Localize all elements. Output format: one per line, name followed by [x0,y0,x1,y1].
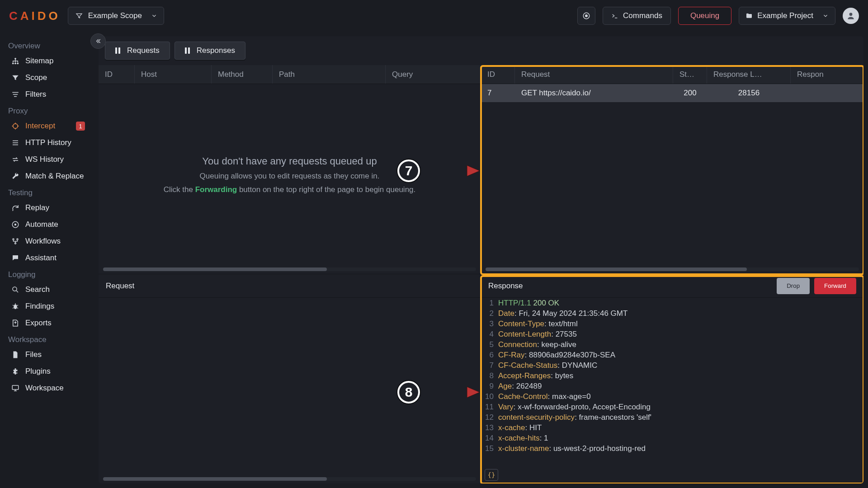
sidebar-item-automate[interactable]: Automate [3,216,93,233]
drop-button[interactable]: Drop [777,278,810,294]
monitor-icon [11,384,20,393]
sidebar-item-label: Automate [25,220,58,229]
filter-icon [11,73,20,82]
column-header[interactable]: Query [386,65,476,84]
chevron-down-icon [151,13,157,19]
column-header[interactable]: Method [212,65,273,84]
filter-icon [75,11,84,20]
target-icon [11,122,20,131]
sidebar-item-scope[interactable]: Scope [3,70,93,86]
annotation-callout-8: 8 [397,381,481,404]
svg-rect-15 [12,385,19,389]
code-line: 7CF-Cache-Status: DYNAMIC [481,360,863,371]
table-cell: GET https://caido.io/ [515,84,673,102]
svg-point-12 [15,243,16,244]
list-icon [11,138,20,147]
code-line: 11Vary: x-wf-forwarded-proto, Accept-Enc… [481,402,863,412]
sidebar-item-exports[interactable]: Exports [3,315,93,331]
empty-line2-post: button on the top right of the page to b… [237,185,415,194]
code-line: 12content-security-policy: frame-ancesto… [481,412,863,422]
request-detail-pane: Request [99,274,481,483]
lines-icon [11,90,20,99]
column-header[interactable]: Respon [791,65,854,84]
table-cell [791,84,854,102]
code-line: 5Connection: keep-alive [481,339,863,350]
queuing-label: Queuing [690,11,719,20]
column-header[interactable]: St… [673,65,707,84]
code-line: 15x-cluster-name: us-west-2-prod-hosting… [481,443,863,454]
column-header[interactable]: Path [273,65,386,84]
responses-toggle-label: Responses [197,46,235,55]
svg-point-14 [14,305,17,310]
column-header[interactable]: Response L… [707,65,791,84]
table-cell: 200 [673,84,707,102]
svg-point-2 [849,13,853,16]
horizontal-scrollbar[interactable] [103,477,476,481]
swap-icon [11,155,20,164]
response-pane-title: Response [488,282,523,291]
code-line: 1HTTP/1.1 200 OK [481,298,863,308]
sidebar-item-workspace[interactable]: Workspace [3,380,93,396]
column-header[interactable]: Host [135,65,212,84]
sidebar-section-label: Proxy [0,103,96,117]
sidebar-section-label: Testing [0,185,96,199]
code-line: 13x-cache: HIT [481,422,863,433]
sidebar-item-http-history[interactable]: HTTP History [3,135,93,151]
sidebar-item-files[interactable]: Files [3,347,93,363]
account-avatar[interactable] [843,8,859,24]
code-line: 14x-cache-hits: 1 [481,433,863,443]
column-header[interactable]: ID [481,65,515,84]
sidebar-item-assistant[interactable]: Assistant [3,250,93,266]
table-cell: 28156 [707,84,791,102]
pause-responses-button[interactable]: Responses [175,42,245,60]
sidebar-item-filters[interactable]: Filters [3,86,93,103]
sidebar-item-label: HTTP History [25,138,71,147]
callout-number: 8 [405,385,413,400]
folder-icon [745,12,753,19]
sidebar-item-findings[interactable]: Findings [3,298,93,314]
browser-button[interactable] [577,7,595,25]
sidebar-item-label: Files [25,350,42,359]
project-label: Example Project [757,11,813,20]
intercept-toolbar: Requests Responses [99,36,863,65]
app-logo: CAIDO [9,9,61,23]
sidebar-item-search[interactable]: Search [3,282,93,298]
queuing-button[interactable]: Queuing [678,7,731,25]
sidebar-item-label: Filters [25,90,46,99]
replay-icon [11,203,20,212]
sidebar-item-label: Exports [25,319,52,328]
commands-button[interactable]: Commands [603,7,671,25]
search-icon [11,285,20,294]
content-area: Requests Responses IDHostMethodPathQuery… [99,36,863,483]
table-row[interactable]: 7GET https://caido.io/20028156 [481,84,863,102]
format-json-button[interactable]: {} [485,469,498,481]
project-selector[interactable]: Example Project [739,7,835,25]
svg-point-10 [13,239,14,240]
sidebar-item-label: Workflows [25,237,61,246]
forward-button[interactable]: Forward [814,278,856,294]
flow-icon [11,237,20,246]
sidebar-item-match-replace[interactable]: Match & Replace [3,168,93,184]
sidebar-item-workflows[interactable]: Workflows [3,233,93,249]
horizontal-scrollbar[interactable] [486,267,859,271]
sidebar-section-label: Overview [0,38,96,52]
column-header[interactable]: ID [99,65,135,84]
sidebar-item-plugins[interactable]: Plugins [3,363,93,380]
pause-requests-button[interactable]: Requests [105,42,170,60]
bug-icon [11,302,20,311]
sidebar-item-ws-history[interactable]: WS History [3,151,93,168]
response-code-view[interactable]: 1HTTP/1.1 200 OK2Date: Fri, 24 May 2024 … [481,298,863,465]
sidebar: OverviewSitemapScopeFiltersProxyIntercep… [0,32,96,488]
sidebar-item-label: Search [25,285,50,294]
sidebar-item-replay[interactable]: Replay [3,200,93,216]
sidebar-item-intercept[interactable]: Intercept1 [3,118,93,134]
column-header[interactable]: Request [515,65,673,84]
svg-point-3 [14,58,16,60]
horizontal-scrollbar[interactable] [103,267,476,271]
scope-selector[interactable]: Example Scope [68,7,164,25]
plugin-icon [11,367,20,376]
response-detail-pane: Response Drop Forward 1HTTP/1.1 200 OK2D… [481,274,863,483]
empty-line2-kw: Forwarding [195,185,237,194]
sidebar-item-sitemap[interactable]: Sitemap [3,53,93,69]
sidebar-collapse-button[interactable] [90,33,106,49]
